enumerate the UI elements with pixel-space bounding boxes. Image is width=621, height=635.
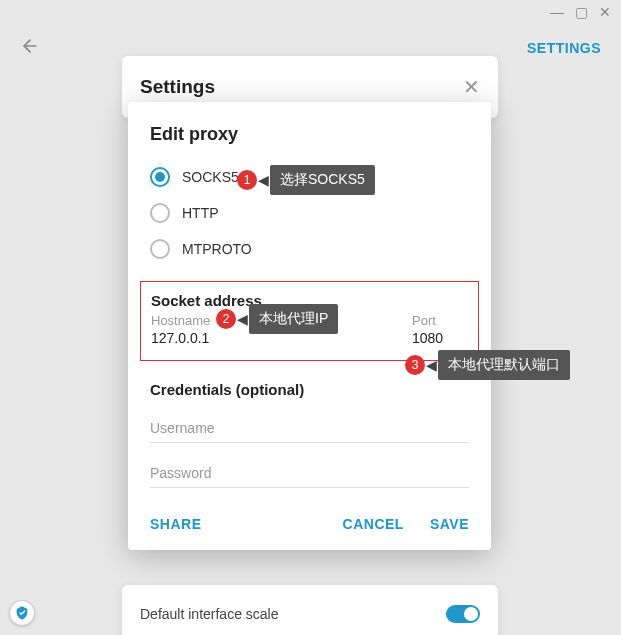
annotation-2: 2 ◀ 本地代理IP bbox=[216, 304, 338, 334]
share-button[interactable]: SHARE bbox=[150, 516, 202, 532]
password-input[interactable]: Password bbox=[150, 457, 469, 488]
annotation-badge: 2 bbox=[216, 309, 236, 329]
username-input[interactable]: Username bbox=[150, 412, 469, 443]
annotation-1: 1 ◀ 选择SOCKS5 bbox=[237, 165, 375, 195]
annotation-badge: 3 bbox=[405, 355, 425, 375]
radio-icon bbox=[150, 203, 170, 223]
radio-label: SOCKS5 bbox=[182, 169, 239, 185]
radio-mtproto[interactable]: MTPROTO bbox=[150, 231, 469, 267]
window-minimize-button[interactable]: — bbox=[549, 4, 565, 20]
annotation-label: 本地代理默认端口 bbox=[438, 350, 570, 380]
radio-icon bbox=[150, 239, 170, 259]
close-icon[interactable]: ✕ bbox=[463, 77, 480, 97]
radio-label: MTPROTO bbox=[182, 241, 252, 257]
annotation-arrow-icon: ◀ bbox=[237, 311, 248, 327]
credentials-section: Credentials (optional) Username Password bbox=[128, 365, 491, 498]
radio-icon bbox=[150, 167, 170, 187]
back-icon[interactable] bbox=[20, 36, 40, 60]
annotation-3: 3 ◀ 本地代理默认端口 bbox=[405, 350, 570, 380]
annotation-arrow-icon: ◀ bbox=[258, 172, 269, 188]
credentials-title: Credentials (optional) bbox=[150, 381, 469, 398]
annotation-arrow-icon: ◀ bbox=[426, 357, 437, 373]
modal-actions: SHARE CANCEL SAVE bbox=[128, 498, 491, 544]
settings-title: Settings bbox=[140, 76, 215, 98]
window-maximize-button[interactable]: ▢ bbox=[573, 4, 589, 20]
interface-scale-toggle[interactable] bbox=[446, 605, 480, 623]
window-controls: — ▢ ✕ bbox=[541, 0, 621, 24]
port-value: 1080 bbox=[412, 328, 468, 346]
port-label: Port bbox=[412, 313, 468, 328]
interface-scale-row: Default interface scale bbox=[122, 585, 498, 635]
interface-scale-label: Default interface scale bbox=[140, 606, 279, 622]
annotation-badge: 1 bbox=[237, 170, 257, 190]
radio-http[interactable]: HTTP bbox=[150, 195, 469, 231]
cancel-button[interactable]: CANCEL bbox=[343, 516, 404, 532]
modal-title: Edit proxy bbox=[128, 102, 491, 159]
port-field[interactable]: Port 1080 bbox=[412, 313, 468, 346]
shield-icon[interactable] bbox=[9, 600, 35, 626]
annotation-label: 本地代理IP bbox=[249, 304, 338, 334]
window-close-button[interactable]: ✕ bbox=[597, 4, 613, 20]
save-button[interactable]: SAVE bbox=[430, 516, 469, 532]
settings-link[interactable]: SETTINGS bbox=[527, 40, 601, 56]
radio-label: HTTP bbox=[182, 205, 219, 221]
annotation-label: 选择SOCKS5 bbox=[270, 165, 375, 195]
